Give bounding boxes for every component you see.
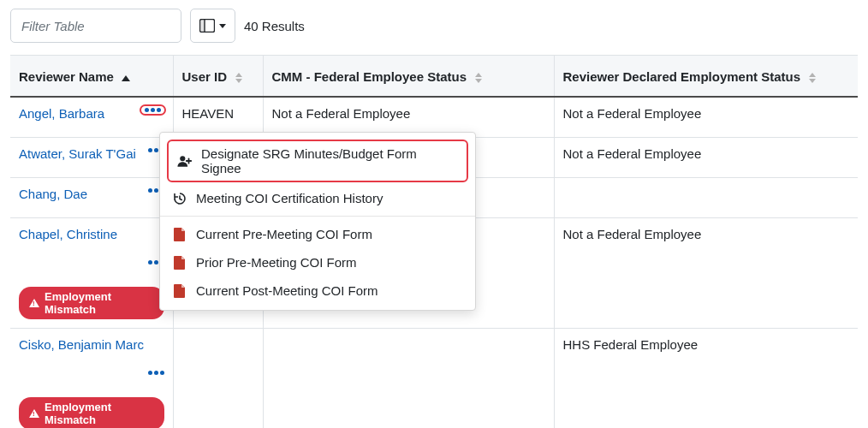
- columns-icon: [199, 19, 215, 33]
- sort-icon: [235, 73, 242, 83]
- row-actions-button[interactable]: [148, 369, 164, 377]
- menu-item-label: Current Pre-Meeting COI Form: [196, 227, 372, 241]
- row-action-menu: Designate SRG Minutes/Budget Form Signee…: [159, 132, 476, 311]
- declared-status-cell: Not a Federal Employee: [554, 218, 858, 329]
- declared-status-cell: HHS Federal Employee: [554, 329, 858, 429]
- caret-down-icon: [219, 24, 226, 28]
- menu-item-prior-pre-coi[interactable]: Prior Pre-Meeting COI Form: [160, 248, 475, 276]
- declared-status-cell: Not a Federal Employee: [554, 138, 858, 178]
- menu-item-coi-history[interactable]: Meeting COI Certification History: [160, 184, 475, 212]
- menu-divider: [160, 216, 475, 217]
- sort-icon: [809, 73, 816, 83]
- reviewer-name-link[interactable]: Angel, Barbara: [19, 106, 104, 121]
- sort-asc-icon: [122, 75, 130, 81]
- col-header-userid[interactable]: User ID: [173, 56, 263, 98]
- reviewer-name-link[interactable]: Chang, Dae: [19, 187, 87, 201]
- col-header-label: Reviewer Declared Employment Status: [563, 69, 801, 84]
- employment-mismatch-badge: Employment Mismatch: [19, 397, 164, 428]
- reviewer-name-link[interactable]: Atwater, Surak T'Gai: [19, 146, 136, 161]
- userid-cell: [173, 329, 263, 429]
- declared-status-cell: [554, 178, 858, 218]
- sort-icon: [475, 73, 482, 83]
- col-header-cmm[interactable]: CMM - Federal Employee Status: [263, 56, 554, 98]
- menu-item-current-pre-coi[interactable]: Current Pre-Meeting COI Form: [160, 220, 475, 248]
- menu-item-label: Meeting COI Certification History: [196, 191, 383, 205]
- user-plus-icon: [177, 154, 193, 168]
- pdf-icon: [172, 256, 187, 270]
- pdf-icon: [172, 284, 187, 298]
- reviewer-name-link[interactable]: Chapel, Christine: [19, 227, 117, 241]
- declared-status-cell: Not a Federal Employee: [554, 97, 858, 138]
- badge-label: Employment Mismatch: [45, 401, 154, 426]
- col-header-label: Reviewer Name: [19, 69, 114, 84]
- warning-icon: [29, 409, 39, 418]
- col-header-label: User ID: [182, 69, 228, 84]
- col-header-label: CMM - Federal Employee Status: [272, 69, 467, 84]
- column-picker-button[interactable]: [190, 9, 235, 43]
- svg-point-3: [180, 156, 185, 161]
- cmm-status-cell: [263, 329, 554, 429]
- menu-item-label: Current Post-Meeting COI Form: [196, 283, 378, 298]
- pdf-icon: [172, 228, 187, 241]
- results-count: 40 Results: [244, 19, 305, 33]
- menu-item-designate-signee[interactable]: Designate SRG Minutes/Budget Form Signee: [167, 140, 468, 182]
- reviewer-name-link[interactable]: Cisko, Benjamin Marc: [19, 337, 144, 352]
- history-icon: [172, 192, 187, 205]
- warning-icon: [29, 299, 39, 307]
- svg-rect-2: [200, 20, 205, 33]
- menu-item-current-post-coi[interactable]: Current Post-Meeting COI Form: [160, 276, 475, 305]
- col-header-reviewer[interactable]: Reviewer Name: [10, 56, 173, 98]
- employment-mismatch-badge: Employment Mismatch: [19, 287, 164, 319]
- menu-item-label: Prior Pre-Meeting COI Form: [196, 255, 357, 270]
- col-header-declared[interactable]: Reviewer Declared Employment Status: [554, 56, 858, 98]
- menu-item-label: Designate SRG Minutes/Budget Form Signee: [201, 146, 458, 175]
- filter-input[interactable]: [10, 9, 181, 43]
- table-row: Cisko, Benjamin MarcEmployment MismatchH…: [10, 329, 858, 429]
- badge-label: Employment Mismatch: [45, 290, 154, 316]
- row-actions-button[interactable]: [140, 104, 166, 116]
